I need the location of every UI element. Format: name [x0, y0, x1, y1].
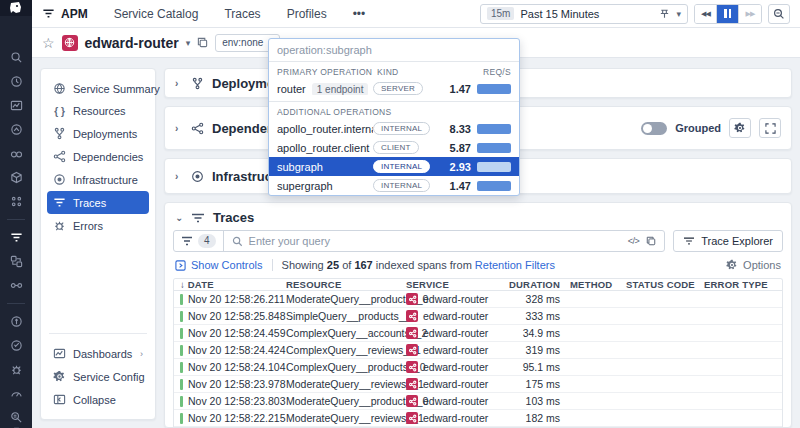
- sidebar-item-resources[interactable]: { } Resources: [47, 100, 149, 122]
- span-row[interactable]: Nov 20 12:58:25.848 SimpleQuery__product…: [174, 308, 782, 325]
- copy-icon[interactable]: [197, 37, 208, 48]
- reqs-value: 2.93: [445, 161, 471, 173]
- sidebar-item-label: Resources: [73, 105, 126, 117]
- options-button[interactable]: Options: [726, 259, 781, 271]
- nav-item-apm[interactable]: APM: [42, 7, 88, 21]
- service-icon: [406, 412, 418, 424]
- pin-icon[interactable]: [659, 8, 670, 19]
- nav-item-profiles[interactable]: Profiles: [287, 7, 327, 21]
- operation-row-apollo-router-internal[interactable]: apollo_router.internal INTERNAL 8.33: [269, 119, 519, 138]
- sidebar-item-service-config[interactable]: Service Config: [47, 365, 149, 388]
- rail-rum-icon[interactable]: [7, 386, 25, 401]
- operation-row-apollo-router-client[interactable]: apollo_router.client CLIENT 5.87: [269, 138, 519, 157]
- deployments-icon: [191, 77, 204, 90]
- dependencies-expand-chevron-icon[interactable]: ›: [175, 123, 183, 134]
- rail-dashboards-icon[interactable]: [7, 98, 25, 113]
- grouped-toggle[interactable]: [641, 122, 667, 135]
- kind-pill: INTERNAL: [373, 122, 430, 135]
- sidebar-item-infrastructure[interactable]: Infrastructure: [47, 168, 149, 191]
- infrastructure-expand-chevron-icon[interactable]: ›: [175, 171, 183, 182]
- rail-billing-icon[interactable]: [7, 314, 25, 329]
- rail-synthetics-icon[interactable]: [7, 338, 25, 353]
- traces-title: Traces: [213, 210, 254, 225]
- span-row[interactable]: Nov 20 12:58:23.978 ModerateQuery__revie…: [174, 376, 782, 393]
- target-icon: [53, 173, 66, 186]
- rail-service-map-icon[interactable]: [7, 278, 25, 293]
- nav-item-traces[interactable]: Traces: [224, 7, 260, 21]
- nav-item-service-catalog[interactable]: Service Catalog: [114, 7, 199, 21]
- dependencies-fullscreen-button[interactable]: [759, 118, 781, 138]
- sidebar-item-deployments[interactable]: Deployments: [47, 122, 149, 145]
- time-back-button[interactable]: ◀◀: [695, 5, 717, 23]
- sidebar-item-collapse[interactable]: Collapse: [47, 388, 149, 411]
- sidebar-item-dependencies[interactable]: Dependencies: [47, 145, 149, 168]
- rail-security-icon[interactable]: [7, 362, 25, 377]
- column-header-duration[interactable]: DURATION: [508, 279, 570, 290]
- rail-log-patterns-icon[interactable]: [7, 410, 25, 425]
- trace-explorer-button[interactable]: Trace Explorer: [673, 230, 783, 252]
- column-header-method[interactable]: METHOD: [570, 279, 626, 290]
- operation-row-supergraph[interactable]: supergraph INTERNAL 1.47: [269, 176, 519, 195]
- span-row[interactable]: Nov 20 12:58:24.459 ComplexQuery__accoun…: [174, 325, 782, 342]
- column-header-status-code[interactable]: STATUS CODE: [626, 279, 704, 290]
- span-row[interactable]: Nov 20 12:58:24.424 ComplexQuery__review…: [174, 342, 782, 359]
- operation-search-input[interactable]: operation:subgraph: [269, 39, 519, 62]
- span-row[interactable]: Nov 20 12:58:26.211 ModerateQuery__produ…: [174, 291, 782, 308]
- favorite-star-icon[interactable]: ☆: [42, 36, 55, 50]
- nav-item--[interactable]: •••: [353, 7, 366, 21]
- trace-search-placeholder: Enter your query: [249, 235, 330, 247]
- infrastructure-icon: [191, 170, 204, 183]
- filters-button[interactable]: 4: [174, 231, 224, 251]
- rail-watchdog-icon[interactable]: [7, 146, 25, 161]
- deployments-expand-chevron-icon[interactable]: ›: [175, 78, 183, 89]
- operation-name: apollo_router.client: [277, 142, 373, 154]
- rail-processes-icon[interactable]: [7, 254, 25, 269]
- chevron-right-icon: ›: [140, 349, 143, 359]
- rail-metrics-icon[interactable]: [7, 122, 25, 137]
- column-header-resource[interactable]: RESOURCE: [286, 279, 406, 290]
- filter-icon: [181, 236, 193, 246]
- operation-name: supergraph: [277, 180, 373, 192]
- spans-table-header: ↓ DATERESOURCESERVICEDURATIONMETHODSTATU…: [174, 279, 782, 291]
- zoom-out-button[interactable]: [768, 4, 790, 24]
- span-row[interactable]: Nov 20 12:58:23.803 ModerateQuery__produ…: [174, 393, 782, 410]
- column-header-date[interactable]: ↓ DATE: [180, 279, 286, 290]
- additional-operations-header: ADDITIONAL OPERATIONS: [269, 102, 519, 119]
- trace-search-input[interactable]: Enter your query: [224, 235, 620, 247]
- traces-icon: [191, 212, 205, 224]
- reqs-bar: [477, 124, 511, 134]
- service-caret-icon[interactable]: ▾: [186, 38, 191, 48]
- retention-filters-link[interactable]: Retention Filters: [475, 259, 555, 271]
- dependencies-settings-button[interactable]: [729, 118, 751, 138]
- sidebar-item-traces[interactable]: Traces: [47, 191, 149, 214]
- time-caret-icon[interactable]: ▾: [676, 9, 681, 19]
- rail-search-icon[interactable]: [7, 50, 25, 65]
- span-duration: 319 ms: [508, 344, 570, 356]
- rail-infrastructure-icon[interactable]: [7, 170, 25, 185]
- sidebar-item-dashboards[interactable]: Dashboards ›: [47, 342, 149, 365]
- service-icon: [406, 310, 418, 322]
- sidebar-item-service-summary[interactable]: Service Summary: [47, 77, 149, 100]
- column-header-error-type[interactable]: ERROR TYPE: [704, 279, 776, 290]
- span-row[interactable]: Nov 20 12:58:22.215 ModerateQuery__revie…: [174, 410, 782, 427]
- operation-row-subgraph[interactable]: subgraph INTERNAL 2.93: [269, 157, 519, 176]
- rail-apm-icon[interactable]: [7, 230, 25, 245]
- column-header-service[interactable]: SERVICE: [406, 279, 508, 290]
- rail-hostmap-icon[interactable]: [7, 194, 25, 209]
- service-icon: [406, 293, 418, 305]
- span-row[interactable]: Nov 20 12:58:24.104 ComplexQuery__produc…: [174, 359, 782, 376]
- operation-row-primary[interactable]: router1 endpoint SERVER 1.47: [269, 79, 519, 98]
- time-range-picker[interactable]: 15m Past 15 Minutes ▾: [480, 4, 688, 24]
- bug-icon: [53, 219, 66, 232]
- datadog-logo[interactable]: [0, 0, 32, 16]
- query-copy-icon[interactable]: [646, 236, 656, 246]
- sidebar-item-errors[interactable]: Errors: [47, 214, 149, 237]
- span-date: Nov 20 12:58:26.211: [188, 293, 285, 305]
- show-controls-button[interactable]: Show Controls: [175, 259, 263, 271]
- span-resource: ComplexQuery__products__0: [286, 361, 406, 373]
- time-forward-button[interactable]: ▶▶: [739, 5, 761, 23]
- pause-button[interactable]: [717, 5, 739, 23]
- query-syntax-icon[interactable]: </>: [628, 236, 640, 246]
- traces-collapse-chevron-icon[interactable]: ⌄: [175, 212, 183, 223]
- rail-history-icon[interactable]: [7, 74, 25, 89]
